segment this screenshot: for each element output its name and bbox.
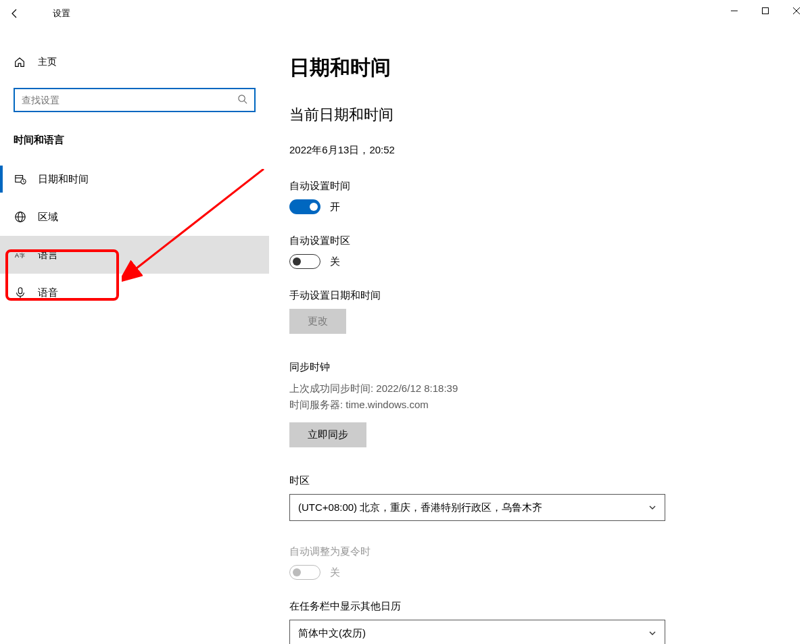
svg-text:字: 字 [20, 253, 25, 259]
sidebar-item-label: 语言 [38, 249, 58, 262]
sidebar-item-label: 日期和时间 [38, 173, 89, 186]
home-icon [14, 56, 26, 68]
sidebar-item-speech[interactable]: 语音 [0, 274, 269, 312]
svg-rect-16 [18, 288, 22, 294]
content-area: 主页 时间和语言 日期和时间 区域 A字 语言 [0, 27, 812, 644]
alt-calendar-label: 在任务栏中显示其他日历 [289, 600, 812, 613]
chevron-down-icon [648, 628, 656, 639]
titlebar: 设置 [0, 0, 812, 27]
close-icon [793, 7, 800, 14]
chevron-down-icon [648, 502, 656, 514]
sidebar: 主页 时间和语言 日期和时间 区域 A字 语言 [0, 27, 269, 644]
back-button[interactable] [0, 0, 30, 27]
search-input[interactable] [22, 95, 237, 105]
current-datetime-value: 2022年6月13日，20:52 [289, 144, 812, 157]
current-datetime-heading: 当前日期和时间 [289, 105, 812, 125]
time-server: 时间服务器: time.windows.com [289, 397, 812, 413]
close-button[interactable] [781, 0, 812, 22]
last-sync-time: 上次成功同步时间: 2022/6/12 8:18:39 [289, 380, 812, 397]
maximize-icon [762, 7, 769, 14]
active-indicator [0, 166, 3, 193]
timezone-label: 时区 [289, 474, 812, 487]
window-controls [719, 0, 812, 22]
auto-time-label: 自动设置时间 [289, 180, 812, 193]
dst-label: 自动调整为夏令时 [289, 545, 812, 558]
microphone-icon [14, 287, 27, 299]
sidebar-item-datetime[interactable]: 日期和时间 [0, 160, 269, 198]
maximize-button[interactable] [750, 0, 781, 22]
sidebar-item-region[interactable]: 区域 [0, 198, 269, 236]
sidebar-item-language[interactable]: A字 语言 [0, 236, 269, 274]
search-icon [237, 94, 247, 106]
dst-state: 关 [330, 566, 340, 579]
svg-rect-1 [763, 8, 769, 14]
svg-text:A: A [15, 252, 19, 259]
timezone-dropdown[interactable]: (UTC+08:00) 北京，重庆，香港特别行政区，乌鲁木齐 [289, 494, 665, 521]
svg-line-5 [244, 101, 247, 103]
sync-clock-info: 上次成功同步时间: 2022/6/12 8:18:39 时间服务器: time.… [289, 380, 812, 413]
alt-calendar-value: 简体中文(农历) [298, 627, 366, 640]
sidebar-item-label: 区域 [38, 211, 58, 224]
sync-clock-heading: 同步时钟 [289, 361, 812, 374]
calendar-clock-icon [14, 173, 27, 185]
home-label: 主页 [38, 56, 57, 68]
auto-time-state: 开 [330, 201, 340, 214]
language-icon: A字 [14, 249, 27, 261]
main-panel: 日期和时间 当前日期和时间 2022年6月13日，20:52 自动设置时间 开 … [269, 27, 812, 644]
sidebar-section-title: 时间和语言 [0, 134, 269, 147]
alt-calendar-dropdown[interactable]: 简体中文(农历) [289, 620, 665, 644]
page-title: 日期和时间 [289, 54, 812, 82]
minimize-button[interactable] [719, 0, 750, 22]
auto-timezone-toggle[interactable] [289, 254, 320, 269]
window-title: 设置 [53, 7, 70, 20]
auto-timezone-label: 自动设置时区 [289, 234, 812, 247]
sidebar-item-label: 语音 [38, 287, 58, 299]
change-button[interactable]: 更改 [289, 309, 346, 334]
manual-datetime-label: 手动设置日期和时间 [289, 289, 812, 302]
auto-time-toggle[interactable] [289, 199, 320, 214]
sync-now-button[interactable]: 立即同步 [289, 422, 366, 447]
auto-timezone-state: 关 [330, 255, 340, 268]
arrow-left-icon [9, 8, 20, 19]
globe-icon [14, 211, 27, 223]
timezone-value: (UTC+08:00) 北京，重庆，香港特别行政区，乌鲁木齐 [298, 501, 542, 514]
dst-toggle [289, 565, 320, 580]
minimize-icon [731, 7, 738, 14]
home-link[interactable]: 主页 [0, 49, 269, 76]
search-box[interactable] [14, 88, 256, 112]
svg-point-4 [239, 95, 245, 101]
